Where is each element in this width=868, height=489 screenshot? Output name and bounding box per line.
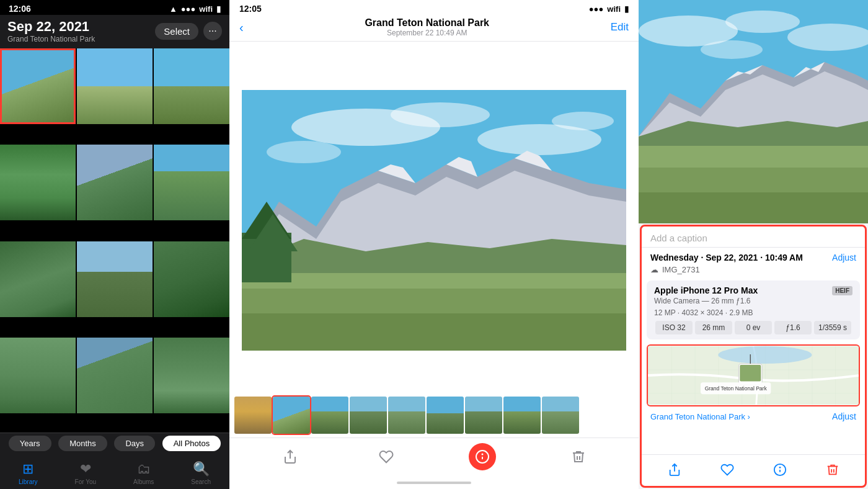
svg-point-37 [718,346,812,364]
heart-button[interactable] [373,443,400,470]
info-date-row: Wednesday · Sep 22, 2021 · 10:49 AM Adju… [642,248,865,264]
tab-library[interactable]: ⊞ Library [12,459,44,488]
filmstrip-thumb-8[interactable] [503,397,541,434]
grid-cell-12[interactable] [154,338,229,413]
trash-icon-right [826,463,839,477]
param-iso: ISO 32 [655,321,693,334]
delete-button[interactable] [565,443,592,470]
grid-cell-8[interactable] [77,241,153,317]
left-time: 12:06 [9,4,31,14]
param-focal: 26 mm [695,321,732,334]
grid-cell-10[interactable] [0,338,76,413]
filter-years[interactable]: Years [9,436,51,451]
grid-cell-5[interactable] [77,145,153,220]
library-icon: ⊞ [22,461,33,477]
filmstrip-thumb-7[interactable] [465,397,502,434]
tab-for-you[interactable]: ❤ For You [69,459,102,488]
tab-albums-label: Albums [133,478,154,485]
signal-icon: ●●● [181,4,196,14]
svg-point-4 [267,141,341,163]
map-location-name[interactable]: Grand Teton National Park › [650,412,750,421]
tab-search-label: Search [191,478,211,485]
nav-title-block: Grand Teton National Park September 22 1… [365,17,489,37]
grid-cell-6[interactable] [154,145,229,220]
filmstrip-thumb-2[interactable] [273,397,310,434]
camera-model-row: Apple iPhone 12 Pro Max HEIF [654,285,852,295]
right-top-landscape [639,0,868,223]
more-button[interactable]: ··· [203,22,222,40]
tab-albums[interactable]: 🗂 Albums [127,459,160,488]
home-bar [397,482,471,484]
heif-badge: HEIF [832,286,852,295]
camera-detail: Wide Camera — 26 mm ƒ1.6 [654,295,852,307]
map-adjust-button[interactable]: Adjust [832,411,856,421]
info-info-button[interactable] [768,457,792,482]
grid-cell-3[interactable] [154,48,229,124]
filter-months[interactable]: Months [58,436,107,451]
map-section: Grand Teton National Park [647,344,860,406]
share-button[interactable] [277,443,304,470]
header-date: Sep 22, 2021 [7,19,95,35]
svg-point-5 [552,112,614,130]
left-status-icons: ▲ ●●● wifi ▮ [169,4,221,14]
right-panel: Add a caption Wednesday · Sep 22, 2021 ·… [639,0,868,489]
info-delete-button[interactable] [820,457,845,482]
nav-subtitle: September 22 10:49 AM [365,29,489,37]
right-info-panel: Add a caption Wednesday · Sep 22, 2021 ·… [640,225,867,488]
grid-cell-2[interactable] [77,48,153,124]
mid-nav-bar: ‹ Grand Teton National Park September 22… [229,15,639,42]
nav-back-button[interactable]: ‹ [239,20,244,35]
tab-bar: ⊞ Library ❤ For You 🗂 Albums 🔍 Search [0,455,229,489]
location-icon: ▲ [169,4,177,14]
info-button[interactable] [469,443,496,470]
search-icon: 🔍 [193,461,210,477]
mid-status-bar: 12:05 ●●● wifi ▮ [229,0,639,15]
left-header: Sep 22, 2021 Grand Teton National Park S… [0,15,229,48]
mid-bottom-toolbar [229,437,639,477]
info-heart-button[interactable] [715,457,740,482]
param-ev: 0 ev [735,321,772,334]
camera-section: Apple iPhone 12 Pro Max HEIF Wide Camera… [647,280,860,339]
grid-cell-9[interactable] [154,241,229,317]
adjust-button[interactable]: Adjust [832,253,856,262]
map-location-arrow: › [748,412,750,421]
left-status-bar: 12:06 ▲ ●●● wifi ▮ [0,0,229,15]
svg-rect-39 [740,365,761,381]
filmstrip-thumb-5[interactable] [388,397,425,434]
info-map-label: Grand Teton National Park › Adjust [642,409,865,423]
right-top-photo [639,0,868,223]
mid-panel: 12:05 ●●● wifi ▮ ‹ Grand Teton National … [229,0,639,489]
header-subtitle: Grand Teton National Park [7,35,95,43]
filmstrip-thumb-6[interactable] [427,397,464,434]
grid-cell-1[interactable] [0,48,76,124]
camera-model: Apple iPhone 12 Pro Max [654,285,758,295]
caption-placeholder[interactable]: Add a caption [642,227,865,248]
filter-all-photos[interactable]: All Photos [162,436,221,451]
edit-button[interactable]: Edit [611,21,629,34]
filmstrip [229,393,639,437]
filmstrip-thumb-1[interactable] [234,397,272,434]
grid-cell-7[interactable] [0,241,76,317]
filmstrip-thumb-9[interactable] [542,397,579,434]
tab-library-label: Library [19,478,38,485]
info-share-button[interactable] [662,457,687,482]
foryou-icon: ❤ [80,461,91,477]
albums-icon: 🗂 [137,461,151,477]
mid-signal-icon: ●●● [589,4,604,14]
info-icon [475,449,490,464]
grid-cell-4[interactable] [0,145,76,220]
svg-rect-14 [242,313,626,351]
grid-cell-11[interactable] [77,338,153,413]
tab-search[interactable]: 🔍 Search [185,459,217,488]
info-bottom-toolbar [642,454,865,486]
filmstrip-thumb-4[interactable] [350,397,387,434]
filter-days[interactable]: Days [114,436,155,451]
svg-point-26 [701,40,763,59]
left-bottom-nav: Years Months Days All Photos ⊞ Library ❤… [0,433,229,489]
tab-foryou-label: For You [75,478,96,485]
select-button[interactable]: Select [155,23,198,40]
icloud-icon: ☁ [650,265,658,274]
filmstrip-thumb-3[interactable] [311,397,348,434]
svg-point-2 [391,102,490,127]
filter-bar: Years Months Days All Photos [0,433,229,455]
